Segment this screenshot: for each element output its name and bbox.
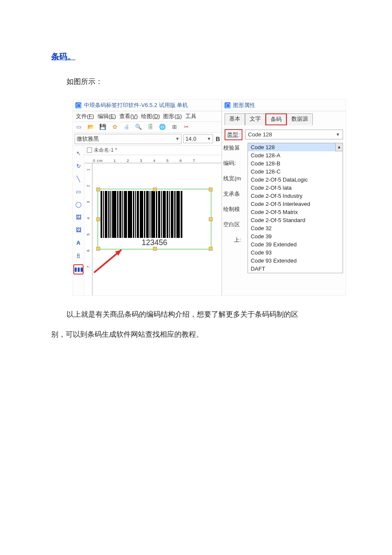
barcode-type-dropdown[interactable]: ▲ 校验算 编码: 线宽(m 支承条 绘制模 空白区 上: Code 128 C… xyxy=(248,143,343,273)
richtext-tool-icon[interactable]: R xyxy=(74,251,83,260)
dropdown-option[interactable]: Code 93 Extended xyxy=(248,257,343,265)
bold-button[interactable]: B xyxy=(216,136,220,142)
property-side-labels: 校验算 编码: 线宽(m 支承条 绘制模 空白区 上: xyxy=(223,144,241,244)
zoom-icon[interactable]: 🔍 xyxy=(135,124,142,130)
resize-handle[interactable] xyxy=(96,217,100,221)
tool-palette: ↖ ↻ ╲ ▭ ◯ 🖼 🖼 A R ▮▮▮ xyxy=(73,146,84,295)
label-blank: 空白区 xyxy=(223,221,241,228)
text-tool-icon[interactable]: A xyxy=(74,239,83,247)
menu-draw[interactable]: 绘图(D) xyxy=(140,113,161,120)
barcode-tool-icon[interactable]: ▮▮▮ xyxy=(73,264,84,275)
resize-handle[interactable] xyxy=(209,217,213,221)
dropdown-option[interactable]: Code 2-Of-5 DataLogic xyxy=(248,176,343,184)
label-drawmode: 绘制模 xyxy=(223,205,241,213)
dropdown-option[interactable]: Code 128-A xyxy=(248,151,343,159)
print-icon[interactable]: 🖨 xyxy=(123,124,130,130)
dropdown-option[interactable]: Code 2-Of-5 Industry xyxy=(248,192,343,200)
app-main-window: 中琅条码标签打印软件-V6.5.2 试用版 单机 文件(F) 编辑(E) 查看(… xyxy=(73,100,222,295)
canvas[interactable]: 123456 xyxy=(92,163,222,295)
screenshot-figure: 中琅条码标签打印软件-V6.5.2 试用版 单机 文件(F) 编辑(E) 查看(… xyxy=(72,99,346,296)
chevron-down-icon: ▼ xyxy=(336,132,340,137)
resize-handle[interactable] xyxy=(209,247,213,251)
type-row: 类型: Code 128 ▼ xyxy=(222,125,346,143)
dropdown-option[interactable]: Code 2-Of-5 Standard xyxy=(248,216,343,224)
menu-file[interactable]: 文件(F) xyxy=(75,113,95,120)
tab-basic[interactable]: 基本 xyxy=(225,113,245,125)
rect-tool-icon[interactable]: ▭ xyxy=(74,188,83,196)
dropdown-option[interactable]: Code 39 Extended xyxy=(248,240,343,249)
resize-handle[interactable] xyxy=(153,247,157,251)
chevron-down-icon: ▼ xyxy=(207,136,211,141)
dropdown-option[interactable]: Code 39 xyxy=(248,232,343,240)
open-icon[interactable]: 📂 xyxy=(87,124,94,130)
workspace: ↖ ↻ ╲ ▭ ◯ 🖼 🖼 A R ▮▮▮ 未命名-1 * xyxy=(73,146,222,295)
app-icon xyxy=(225,102,231,108)
ellipse-tool-icon[interactable]: ◯ xyxy=(74,200,83,209)
tab-barcode[interactable]: 条码 xyxy=(265,113,287,125)
font-toolbar: 微软雅黑 ▼ 14.0 ▼ B xyxy=(73,133,222,146)
properties-titlebar: 图形属性 xyxy=(222,100,346,111)
scroll-up-icon[interactable]: ▲ xyxy=(335,143,343,151)
new-doc-icon[interactable]: ▭ xyxy=(75,124,82,130)
label-linewidth: 线宽(m xyxy=(223,175,241,182)
label-support: 支承条 xyxy=(223,190,241,198)
type-value: Code 128 xyxy=(248,131,272,138)
save-icon[interactable]: 💾 xyxy=(99,124,106,130)
resize-handle[interactable] xyxy=(96,188,100,191)
pointer-tool-icon[interactable]: ↖ xyxy=(74,149,83,158)
dropdown-option[interactable]: DAFT xyxy=(248,265,343,273)
properties-tabs: 基本 文字 条码 数据源 xyxy=(222,111,346,125)
dropdown-option[interactable]: Code 128-C xyxy=(248,168,343,176)
app-icon xyxy=(75,102,81,108)
resize-handle[interactable] xyxy=(153,188,157,191)
tab-label: 未命名-1 * xyxy=(94,147,117,154)
label-encoding: 编码: xyxy=(223,159,241,167)
settings-icon[interactable]: ✿ xyxy=(111,124,118,130)
window-titlebar: 中琅条码标签打印软件-V6.5.2 试用版 单机 xyxy=(73,100,222,111)
properties-panel: 图形属性 基本 文字 条码 数据源 类型: Code 128 ▼ xyxy=(222,100,346,295)
dropdown-option[interactable]: Code 93 xyxy=(248,249,343,257)
grid-icon[interactable]: ⊞ xyxy=(171,124,178,130)
dropdown-option[interactable]: Code 128-B xyxy=(248,159,343,168)
barcode-object[interactable]: 123456 xyxy=(98,189,211,249)
annotation-arrow-icon xyxy=(94,247,128,273)
tab-text[interactable]: 文字 xyxy=(245,113,265,125)
footer-paragraph: 以上就是有关商品条码的编码结构介绍，想要了解更多关于条码码制的区 别，可以到条码… xyxy=(51,304,341,345)
window-title: 中琅条码标签打印软件-V6.5.2 试用版 单机 xyxy=(84,101,188,109)
properties-title: 图形属性 xyxy=(233,101,255,109)
menu-shape[interactable]: 图形(S) xyxy=(162,113,183,120)
cut-icon[interactable]: ✂ xyxy=(183,124,190,130)
rotate-tool-icon[interactable]: ↻ xyxy=(74,162,83,171)
dropdown-option[interactable]: Code 128 xyxy=(248,143,343,151)
type-select[interactable]: Code 128 ▼ xyxy=(245,130,343,139)
menu-view[interactable]: 查看(V) xyxy=(118,113,139,120)
canvas-area: 未命名-1 * 0 cm 1 2 3 4 5 6 7 xyxy=(84,146,222,295)
label-checksum: 校验算 xyxy=(223,144,241,152)
export-icon[interactable]: 🌐 xyxy=(159,124,166,130)
font-size-select[interactable]: 14.0 ▼ xyxy=(183,134,213,143)
menubar: 文件(F) 编辑(E) 查看(V) 绘图(D) 图形(S) 工具 xyxy=(73,111,222,122)
vertical-ruler: 1 2 3 4 5 6 7 xyxy=(84,163,92,295)
dropdown-option[interactable]: Code 2-Of-5 Interleaved xyxy=(248,200,343,208)
document-tab[interactable]: 未命名-1 * xyxy=(87,147,117,154)
font-name-select[interactable]: 微软雅黑 ▼ xyxy=(75,134,182,144)
page-icon xyxy=(87,147,92,153)
menu-tool[interactable]: 工具 xyxy=(184,113,198,120)
picture-tool-icon[interactable]: 🖼 xyxy=(74,226,83,234)
resize-handle[interactable] xyxy=(209,188,213,191)
heading-link[interactable]: 条码。 xyxy=(51,52,75,61)
dropdown-option[interactable]: Code 2-Of-5 lata xyxy=(248,184,343,192)
font-size-value: 14.0 xyxy=(185,136,196,142)
dropdown-option[interactable]: Code 2-Of-5 Matrix xyxy=(248,208,343,216)
label-top: 上: xyxy=(223,236,241,244)
toolbar: ▭ 📂 💾 ✿ 🖨 🔍 🗄 🌐 ⊞ ✂ xyxy=(73,122,222,133)
font-name-value: 微软雅黑 xyxy=(77,135,99,143)
dropdown-option[interactable]: Code 32 xyxy=(248,224,343,232)
database-icon[interactable]: 🗄 xyxy=(147,124,154,130)
barcode-value-text: 123456 xyxy=(98,238,211,247)
tab-datasource[interactable]: 数据源 xyxy=(287,113,313,125)
line-tool-icon[interactable]: ╲ xyxy=(74,175,83,183)
horizontal-ruler: 0 cm 1 2 3 4 5 6 7 xyxy=(84,155,222,163)
menu-edit[interactable]: 编辑(E) xyxy=(96,113,117,120)
image-tool-icon[interactable]: 🖼 xyxy=(74,213,83,222)
